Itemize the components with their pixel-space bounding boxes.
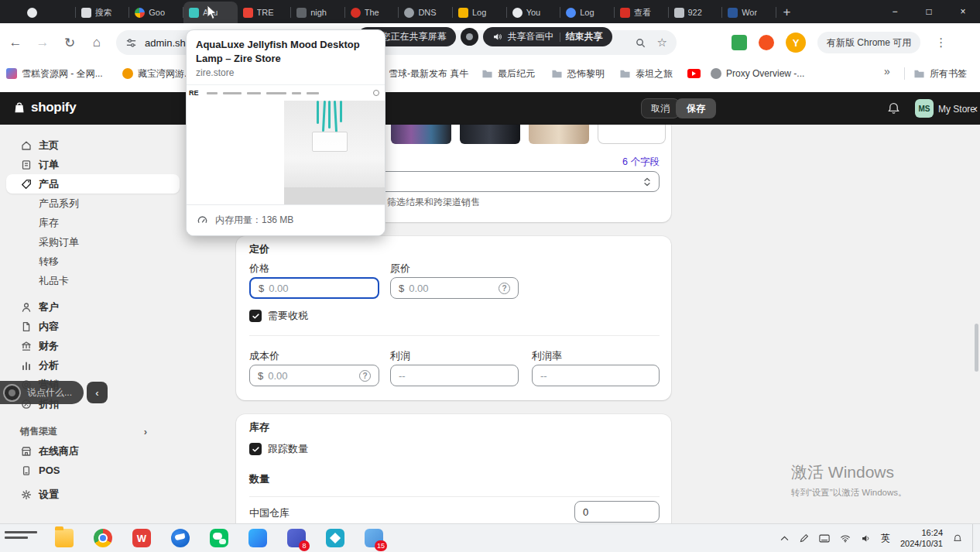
minimize-button[interactable]: −: [878, 0, 912, 23]
page-scrollbar[interactable]: [975, 324, 978, 372]
extension-icon-green[interactable]: [732, 35, 747, 50]
sidebar-item-analytics[interactable]: 分析: [6, 355, 180, 375]
site-info-icon[interactable]: [125, 37, 137, 49]
sidebar-item-pos[interactable]: POS: [6, 461, 180, 480]
sidebar-item-gift-cards[interactable]: 礼品卡: [6, 271, 180, 290]
track-quantity-checkbox-row[interactable]: 跟踪数量: [249, 442, 308, 456]
taskbar-app-badge-8[interactable]: 8: [277, 524, 316, 552]
taskbar-chrome[interactable]: [84, 524, 122, 552]
reload-icon[interactable]: ↻: [62, 35, 77, 51]
side-panel-collapse-icon[interactable]: ‹: [974, 102, 978, 115]
extension-icon-orange[interactable]: [759, 35, 774, 50]
browser-tab-11[interactable]: Log: [560, 2, 615, 23]
chevron-right-icon[interactable]: ›: [144, 426, 147, 437]
store-avatar[interactable]: MS: [915, 99, 934, 118]
all-bookmarks-folder[interactable]: 所有书签: [913, 65, 967, 82]
add-media-box[interactable]: [598, 125, 666, 144]
sidebar-item-purchase-orders[interactable]: 采购订单: [6, 232, 180, 252]
volume-icon[interactable]: [861, 533, 871, 543]
show-desktop-strip[interactable]: [972, 524, 975, 552]
shopify-logo[interactable]: shopify: [12, 100, 76, 115]
bookmark-item[interactable]: Proxy Overview -...: [711, 65, 804, 82]
profile-avatar[interactable]: Y: [786, 33, 806, 53]
sidebar-item-customers[interactable]: 客户: [6, 297, 180, 317]
browser-tab-14[interactable]: Wor: [722, 2, 776, 23]
compare-at-price-input[interactable]: $ 0.00 ?: [390, 277, 519, 299]
zoom-icon[interactable]: [635, 37, 646, 49]
bookmark-folder[interactable]: 泰坦之旅: [619, 65, 673, 82]
sidebar-item-home[interactable]: 主页: [6, 135, 180, 155]
pen-icon[interactable]: [799, 533, 809, 543]
browser-tab-12[interactable]: 查看: [615, 2, 669, 23]
forward-icon[interactable]: →: [35, 35, 50, 50]
taskbar-app-blue[interactable]: [238, 524, 277, 552]
sidebar-item-orders[interactable]: 订单: [6, 155, 180, 174]
browser-tab-2[interactable]: 搜索: [76, 2, 130, 23]
browser-tab-8[interactable]: DNS: [399, 2, 453, 23]
bookmark-item-youtube[interactable]: [687, 65, 701, 82]
bookmark-item[interactable]: 雪球-最新发布 真牛...: [373, 65, 469, 82]
back-icon[interactable]: ←: [8, 35, 23, 50]
browser-tab-1[interactable]: [22, 2, 76, 23]
browser-tab-9[interactable]: Log: [453, 2, 507, 23]
browser-tab-6[interactable]: nigh: [291, 2, 345, 23]
tray-expand-icon[interactable]: [780, 536, 789, 541]
sidebar-item-content[interactable]: 内容: [6, 317, 180, 336]
taskbar-photos[interactable]: [316, 524, 355, 552]
browser-tab-7[interactable]: The: [345, 2, 399, 23]
taskbar-file-explorer[interactable]: [45, 524, 84, 552]
save-button[interactable]: 保存: [676, 98, 716, 118]
bookmark-folder[interactable]: 恐怖黎明: [551, 65, 605, 82]
browser-tab-5[interactable]: TRE: [238, 2, 292, 23]
maximize-button[interactable]: □: [912, 0, 946, 23]
price-input[interactable]: $ 0.00: [249, 277, 379, 299]
cancel-button[interactable]: 取消: [641, 98, 680, 118]
taskbar-clock[interactable]: 16:24 2024/10/31: [900, 527, 943, 550]
checkbox-checked-icon[interactable]: [249, 443, 262, 455]
taskbar-thunderbird[interactable]: [161, 524, 200, 552]
notification-center-icon[interactable]: [953, 533, 962, 543]
sidebar-item-settings[interactable]: 设置: [6, 485, 180, 504]
cost-input[interactable]: $ 0.00 ?: [249, 365, 379, 386]
input-language-indicator[interactable]: 英: [881, 532, 890, 545]
sidebar-item-transfers[interactable]: 转移: [6, 252, 180, 271]
sidebar-item-inventory[interactable]: 库存: [6, 213, 180, 232]
new-tab-button[interactable]: +: [776, 2, 797, 23]
help-icon[interactable]: ?: [499, 283, 510, 294]
browser-tab-10[interactable]: You: [507, 2, 561, 23]
checkbox-checked-icon[interactable]: [249, 310, 262, 322]
chrome-update-chip[interactable]: 有新版 Chrome 可用: [817, 32, 920, 53]
quantity-input[interactable]: 0: [574, 501, 660, 523]
share-indicator-badge[interactable]: [461, 28, 478, 46]
bookmark-star-icon[interactable]: ☆: [657, 36, 667, 50]
product-thumbnail[interactable]: [460, 125, 520, 144]
charge-tax-checkbox-row[interactable]: 需要收税: [249, 309, 308, 323]
chat-input[interactable]: 说点什么...: [0, 381, 84, 404]
taskbar-app-badge-15[interactable]: 15: [355, 524, 393, 552]
bookmark-folder[interactable]: 最后纪元: [481, 65, 535, 82]
stop-sharing-button[interactable]: 结束共享: [566, 30, 603, 43]
sidebar-section-sales-channels[interactable]: 销售渠道›: [6, 422, 180, 441]
product-thumbnail[interactable]: [391, 125, 451, 144]
touch-keyboard-icon[interactable]: [819, 534, 830, 543]
sidebar-item-products[interactable]: 产品: [6, 174, 180, 194]
help-icon[interactable]: ?: [359, 370, 371, 382]
sidebar-item-online-store[interactable]: 在线商店: [6, 441, 180, 461]
browser-menu-icon[interactable]: ⋮: [932, 36, 950, 50]
taskbar-widget[interactable]: [0, 524, 45, 552]
taskbar-wps[interactable]: W: [122, 524, 161, 552]
browser-tab-13[interactable]: 922: [669, 2, 723, 23]
taskbar-wechat[interactable]: [200, 524, 238, 552]
metafields-link[interactable]: 6 个字段: [622, 156, 660, 169]
home-icon[interactable]: ⌂: [89, 35, 105, 50]
profit-input[interactable]: --: [390, 365, 519, 386]
sidebar-item-collections[interactable]: 产品系列: [6, 194, 180, 213]
bookmarks-overflow-icon[interactable]: »: [884, 65, 890, 77]
close-button[interactable]: ×: [946, 0, 980, 23]
chat-collapse-button[interactable]: ‹: [87, 382, 108, 403]
bookmark-item[interactable]: 藏宝湾网游...: [122, 65, 192, 82]
browser-tab-3[interactable]: Goo: [129, 2, 183, 23]
margin-input[interactable]: --: [532, 365, 660, 386]
sidebar-item-finance[interactable]: 财务: [6, 336, 180, 355]
bookmark-item[interactable]: 雪糕资源网 - 全网...: [6, 65, 103, 82]
